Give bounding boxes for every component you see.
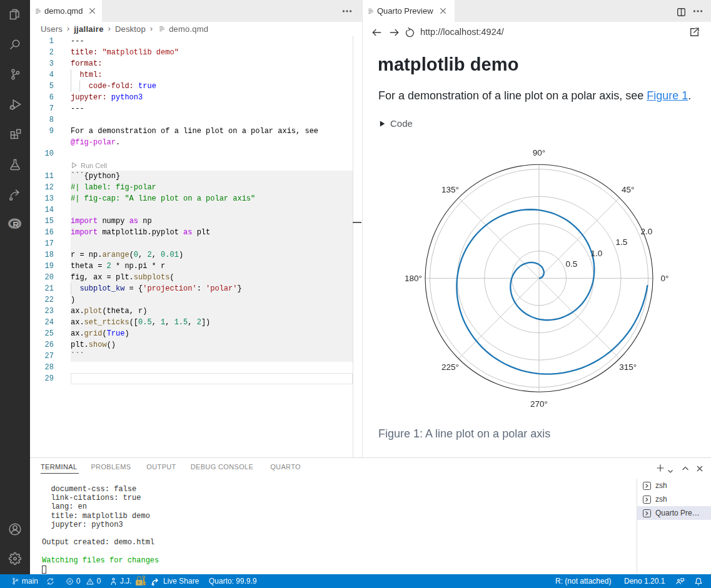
svg-text:R: R xyxy=(13,220,19,230)
svg-text:1.0: 1.0 xyxy=(591,249,603,258)
svg-text:270°: 270° xyxy=(530,399,548,409)
svg-text:2.0: 2.0 xyxy=(641,227,653,236)
svg-text:45°: 45° xyxy=(622,185,634,194)
svg-text:180°: 180° xyxy=(405,274,422,283)
svg-text:0°: 0° xyxy=(661,274,669,283)
svg-text:90°: 90° xyxy=(533,148,545,157)
svg-text:135°: 135° xyxy=(441,185,459,194)
svg-text:1.5: 1.5 xyxy=(616,237,628,247)
svg-text:225°: 225° xyxy=(441,362,459,372)
svg-text:315°: 315° xyxy=(619,362,637,372)
svg-text:0.5: 0.5 xyxy=(566,259,578,269)
